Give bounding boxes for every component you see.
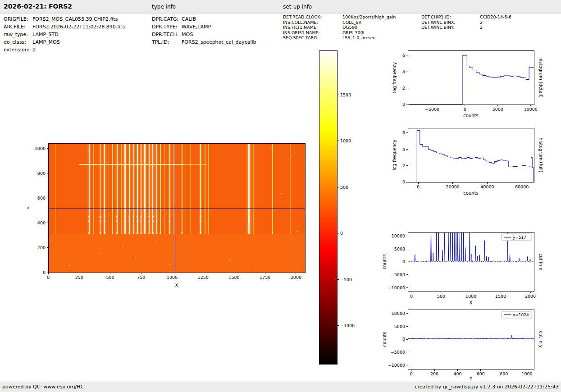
svg-text:−10000: −10000 xyxy=(388,285,405,290)
svg-text:500: 500 xyxy=(106,275,114,280)
svg-text:1500: 1500 xyxy=(228,275,239,280)
svg-text:400: 400 xyxy=(37,220,46,225)
svg-text:0: 0 xyxy=(402,259,405,264)
svg-text:0: 0 xyxy=(43,270,46,275)
svg-text:0: 0 xyxy=(410,371,413,376)
svg-text:Y: Y xyxy=(469,376,473,381)
svg-text:−5000: −5000 xyxy=(391,350,405,355)
svg-text:1000: 1000 xyxy=(340,138,351,143)
svg-text:5000: 5000 xyxy=(394,246,405,251)
svg-text:40000: 40000 xyxy=(480,184,494,189)
svg-text:500: 500 xyxy=(437,294,445,299)
svg-text:counts: counts xyxy=(463,113,478,118)
svg-text:0: 0 xyxy=(402,179,405,184)
svg-text:500: 500 xyxy=(340,185,348,190)
svg-text:counts: counts xyxy=(463,191,478,196)
footer-created-by: created by qc_rawdisp.py v1.2.3 on 2026-… xyxy=(415,382,559,392)
svg-text:Y: Y xyxy=(27,206,32,210)
svg-text:X: X xyxy=(175,283,178,288)
svg-text:−10000: −10000 xyxy=(388,363,405,368)
svg-text:cut in y: cut in y xyxy=(538,331,543,347)
svg-text:0: 0 xyxy=(402,337,405,342)
svg-text:log frequency: log frequency xyxy=(392,62,397,93)
svg-text:750: 750 xyxy=(137,275,145,280)
svg-text:6: 6 xyxy=(402,53,405,58)
svg-text:200: 200 xyxy=(430,371,438,376)
svg-text:0: 0 xyxy=(47,275,50,280)
svg-text:histogram (detail): histogram (detail) xyxy=(538,57,543,98)
svg-text:x=1024: x=1024 xyxy=(513,313,529,317)
svg-text:counts: counts xyxy=(382,332,387,346)
svg-text:2000: 2000 xyxy=(525,294,536,299)
svg-text:10000: 10000 xyxy=(392,233,405,238)
svg-text:histogram (full): histogram (full) xyxy=(538,137,543,172)
svg-text:2: 2 xyxy=(402,86,405,91)
svg-text:X: X xyxy=(470,300,473,305)
svg-text:1000: 1000 xyxy=(167,275,178,280)
svg-text:−1000: −1000 xyxy=(340,323,355,328)
svg-text:2: 2 xyxy=(402,163,405,168)
svg-text:600: 600 xyxy=(37,196,46,201)
svg-text:1750: 1750 xyxy=(260,275,270,280)
svg-text:5000: 5000 xyxy=(493,107,503,112)
svg-text:250: 250 xyxy=(75,275,83,280)
svg-text:20000: 20000 xyxy=(446,184,460,189)
svg-text:log frequency: log frequency xyxy=(392,140,397,171)
svg-text:2000: 2000 xyxy=(291,275,301,280)
svg-text:0: 0 xyxy=(417,184,420,189)
svg-text:1500: 1500 xyxy=(340,92,351,97)
svg-text:1000: 1000 xyxy=(521,371,532,376)
svg-text:600: 600 xyxy=(477,371,485,376)
svg-text:60000: 60000 xyxy=(515,184,529,189)
footer-powered-by: powered by QC: www.eso.org/HC xyxy=(2,382,84,392)
svg-text:−5000: −5000 xyxy=(425,107,439,112)
svg-text:10000: 10000 xyxy=(524,107,538,112)
footer-bar: powered by QC: www.eso.org/HC created by… xyxy=(0,382,561,392)
svg-text:200: 200 xyxy=(37,245,46,250)
svg-text:counts: counts xyxy=(382,254,387,269)
svg-text:6: 6 xyxy=(402,130,405,135)
svg-text:4: 4 xyxy=(402,147,405,152)
svg-text:800: 800 xyxy=(500,371,508,376)
svg-text:cut in x: cut in x xyxy=(538,253,543,270)
svg-text:1250: 1250 xyxy=(198,275,209,280)
svg-text:−5000: −5000 xyxy=(391,272,405,277)
svg-text:0: 0 xyxy=(402,102,405,107)
svg-text:400: 400 xyxy=(453,371,461,376)
svg-text:1000: 1000 xyxy=(35,146,46,151)
qc-report-page: 2026-02-21: FORS2 type info set-up info … xyxy=(0,0,561,392)
svg-text:−500: −500 xyxy=(340,277,352,282)
svg-text:0: 0 xyxy=(410,294,413,299)
svg-text:4: 4 xyxy=(402,69,405,74)
svg-text:5000: 5000 xyxy=(394,324,405,329)
svg-text:y=517: y=517 xyxy=(513,235,526,240)
svg-text:1000: 1000 xyxy=(465,294,476,299)
svg-text:0: 0 xyxy=(340,231,343,236)
svg-text:0: 0 xyxy=(464,107,466,112)
figure-canvas: 0250500750100012501500175020000200400600… xyxy=(0,0,561,392)
svg-text:10000: 10000 xyxy=(392,311,405,316)
svg-text:1500: 1500 xyxy=(495,294,506,299)
svg-text:800: 800 xyxy=(37,171,46,176)
